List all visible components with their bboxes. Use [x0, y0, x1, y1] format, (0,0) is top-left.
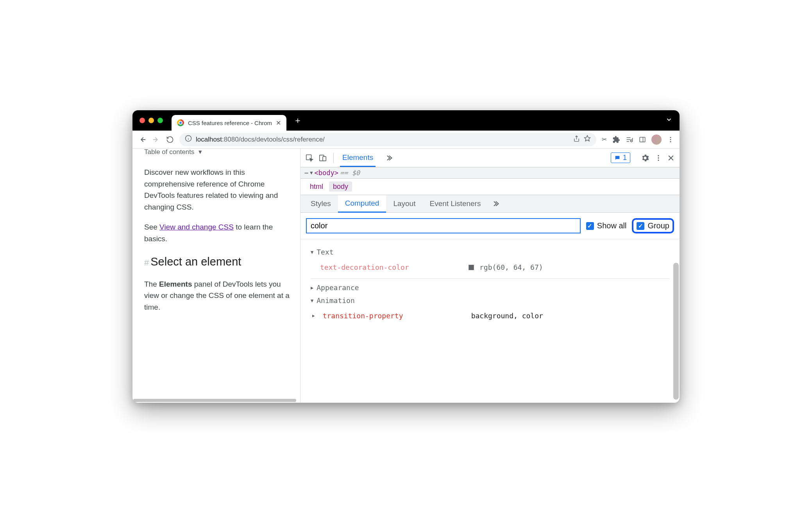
svg-point-16: [670, 141, 671, 142]
intro-paragraph: Discover new workflows in this comprehen…: [144, 167, 292, 213]
site-info-icon[interactable]: [185, 135, 192, 144]
ellipsis-icon: ⋯: [304, 169, 308, 177]
devtools-toolbar: Elements 1: [300, 149, 680, 167]
window-controls: [140, 118, 163, 123]
section-heading: #Select an element: [144, 253, 292, 271]
more-subtabs-icon[interactable]: [488, 200, 503, 208]
browser-window: CSS features reference - Chrom ✕ ＋ local…: [132, 110, 680, 403]
computed-filter-bar: Show all Group: [300, 213, 680, 239]
filter-input[interactable]: [306, 218, 581, 233]
new-tab-button[interactable]: ＋: [293, 115, 302, 126]
subtab-computed[interactable]: Computed: [338, 195, 386, 213]
property-row[interactable]: text-decoration-color rgb(60, 64, 67): [311, 261, 669, 279]
browser-tab[interactable]: CSS features reference - Chrom ✕: [172, 115, 286, 131]
dom-selected-element[interactable]: ⋯ ▼ <body> == $0: [300, 167, 680, 179]
scissors-icon[interactable]: ✂: [602, 136, 607, 143]
checkbox-icon: [637, 222, 644, 230]
view-change-css-link[interactable]: View and change CSS: [159, 223, 234, 231]
group-appearance[interactable]: ▶ Appearance: [311, 283, 669, 292]
tab-bar: CSS features reference - Chrom ✕ ＋: [132, 110, 680, 131]
url-bar: localhost:8080/docs/devtools/css/referen…: [132, 131, 680, 149]
horizontal-scrollbar[interactable]: [133, 399, 296, 402]
tab-elements[interactable]: Elements: [340, 149, 376, 167]
see-paragraph: See View and change CSS to learn the bas…: [144, 221, 292, 244]
svg-rect-19: [323, 156, 326, 161]
more-tabs-icon[interactable]: [385, 154, 393, 162]
svg-rect-12: [640, 137, 645, 142]
forward-button[interactable]: [152, 135, 161, 144]
messages-badge[interactable]: 1: [611, 152, 630, 163]
close-devtools-icon[interactable]: [667, 154, 675, 162]
collapse-triangle-icon: ▶: [312, 313, 315, 318]
svg-marker-6: [585, 136, 590, 141]
back-button[interactable]: [138, 135, 147, 144]
devtools-panel: Elements 1 ⋯: [300, 149, 680, 403]
subtab-layout[interactable]: Layout: [386, 196, 422, 212]
property-row[interactable]: ▶ transition-property background, color: [311, 309, 669, 327]
color-swatch[interactable]: [469, 265, 474, 270]
vertical-scrollbar[interactable]: [673, 263, 679, 400]
chevron-down-icon: ▾: [199, 149, 202, 157]
omnibox[interactable]: localhost:8080/docs/devtools/css/referen…: [179, 133, 596, 146]
crumb-body[interactable]: body: [329, 181, 352, 192]
settings-icon[interactable]: [640, 153, 650, 163]
toc-toggle[interactable]: Table of contents ▾: [144, 149, 292, 157]
svg-point-15: [670, 139, 671, 140]
computed-properties: ▼ Text text-decoration-color rgb(60, 64,…: [300, 239, 680, 403]
extensions-icon[interactable]: [612, 136, 620, 143]
chrome-menu-icon[interactable]: [667, 136, 674, 143]
reload-button[interactable]: [166, 136, 174, 143]
profile-avatar[interactable]: [651, 135, 662, 145]
expand-triangle-icon: ▼: [311, 298, 313, 303]
tabs-menu-icon[interactable]: [665, 116, 672, 125]
group-animation[interactable]: ▼ Animation: [311, 296, 669, 305]
svg-point-21: [658, 157, 659, 158]
share-icon[interactable]: [573, 135, 580, 144]
expand-triangle-icon[interactable]: ▼: [310, 170, 313, 176]
url-text: localhost:8080/docs/devtools/css/referen…: [196, 136, 325, 143]
anchor-hash[interactable]: #: [144, 258, 149, 267]
bookmark-icon[interactable]: [584, 135, 591, 144]
checkbox-icon: [586, 222, 594, 230]
playlist-icon[interactable]: [626, 136, 633, 143]
svg-point-20: [658, 155, 659, 156]
subtab-styles[interactable]: Styles: [304, 196, 338, 212]
device-toggle-icon[interactable]: [318, 154, 327, 162]
elements-paragraph: The Elements panel of DevTools lets you …: [144, 278, 292, 313]
inspect-icon[interactable]: [305, 154, 314, 162]
crumb-html[interactable]: html: [306, 181, 327, 192]
svg-point-14: [670, 137, 671, 138]
maximize-window-button[interactable]: [157, 118, 163, 123]
svg-point-10: [631, 140, 633, 142]
collapse-triangle-icon: ▶: [311, 285, 313, 291]
minimize-window-button[interactable]: [148, 118, 154, 123]
close-tab-icon[interactable]: ✕: [276, 119, 281, 127]
svg-point-22: [658, 160, 659, 161]
content-area: Table of contents ▾ Discover new workflo…: [132, 149, 680, 403]
subtab-event-listeners[interactable]: Event Listeners: [422, 196, 488, 212]
expand-triangle-icon: ▼: [311, 249, 313, 255]
tab-title: CSS features reference - Chrom: [188, 120, 272, 126]
panel-icon[interactable]: [639, 136, 646, 143]
chrome-icon: [177, 119, 184, 126]
show-all-checkbox[interactable]: Show all: [586, 221, 627, 230]
group-text[interactable]: ▼ Text: [311, 248, 669, 256]
page-content: Table of contents ▾ Discover new workflo…: [132, 149, 300, 403]
group-checkbox[interactable]: Group: [632, 218, 674, 233]
close-window-button[interactable]: [140, 118, 145, 123]
devtools-menu-icon[interactable]: [655, 154, 662, 162]
styles-subtabs: Styles Computed Layout Event Listeners: [300, 195, 680, 213]
breadcrumb: html body: [300, 179, 680, 195]
